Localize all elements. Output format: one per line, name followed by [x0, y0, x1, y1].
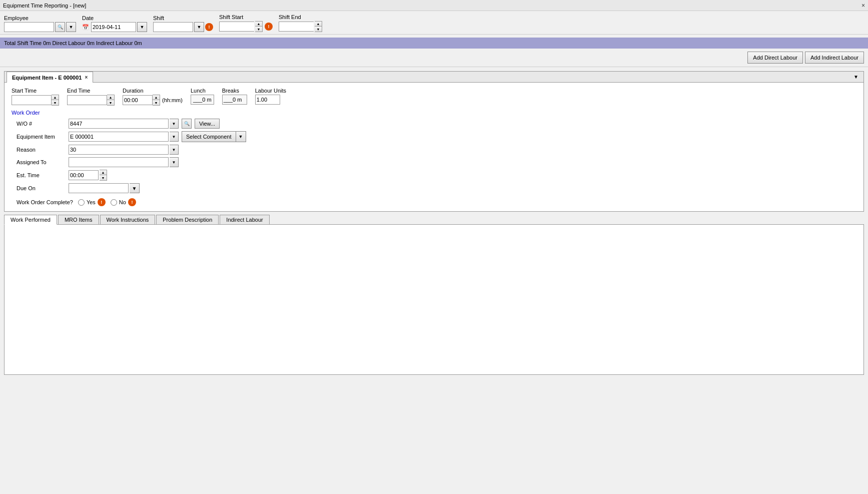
- date-field-group: Date 📅 ▼: [82, 15, 147, 32]
- add-direct-labour-button[interactable]: Add Direct Labour: [747, 52, 803, 64]
- start-time-label: Start Time: [12, 88, 59, 94]
- start-time-spin-down[interactable]: ▼: [52, 100, 59, 105]
- duration-input[interactable]: [123, 95, 153, 105]
- start-time-group: Start Time ▲ ▼: [12, 88, 59, 106]
- tab-mro-items[interactable]: MRO Items: [58, 215, 99, 224]
- tab-problem-description[interactable]: Problem Description: [156, 215, 219, 224]
- equipment-tab-panel: Equipment Item - E 000001 × ▼ Start Time…: [4, 71, 864, 212]
- date-row: 📅 ▼: [82, 22, 147, 32]
- shift-end-spinner[interactable]: ▲ ▼: [315, 21, 322, 32]
- shift-end-input[interactable]: [279, 22, 314, 32]
- equipment-tab-close[interactable]: ×: [85, 75, 88, 80]
- duration-spinner[interactable]: ▲ ▼: [153, 95, 160, 106]
- end-time-spin-up[interactable]: ▲: [107, 95, 114, 100]
- est-time-input[interactable]: [69, 170, 99, 180]
- due-on-input[interactable]: [69, 183, 129, 193]
- tab-work-instructions[interactable]: Work Instructions: [100, 215, 156, 224]
- yes-radio[interactable]: [78, 199, 85, 206]
- main-area: Equipment Item - E 000001 × ▼ Start Time…: [0, 67, 868, 379]
- date-dropdown-btn[interactable]: ▼: [137, 22, 147, 32]
- date-label: Date: [82, 15, 147, 21]
- shift-end-spin-down[interactable]: ▼: [315, 27, 322, 32]
- duration-spin-down[interactable]: ▼: [153, 100, 160, 105]
- header-area: Employee 🔍 ▼ Date 📅 ▼ Shift ▼ !: [0, 11, 868, 35]
- breaks-group: Breaks ___0 m: [222, 88, 247, 105]
- yes-radio-group: Yes !: [78, 198, 106, 206]
- tab-work-performed[interactable]: Work Performed: [4, 215, 57, 225]
- labour-units-input[interactable]: [255, 95, 280, 105]
- assigned-to-dropdown[interactable]: ▼: [170, 157, 179, 167]
- wo-field-row: ▼ 🔍 View...: [69, 119, 856, 129]
- start-time-spinner[interactable]: ▲ ▼: [52, 95, 59, 106]
- no-warn-icon: !: [128, 198, 136, 206]
- shift-start-warn-icon: !: [265, 23, 273, 31]
- shift-start-spin-up[interactable]: ▲: [255, 22, 262, 27]
- hhmm-label: (hh:mm): [160, 97, 183, 103]
- title-bar-close-button[interactable]: ×: [861, 2, 865, 9]
- tab-dropdown-arrow[interactable]: ▼: [850, 73, 861, 81]
- bottom-tab-content: [4, 225, 864, 375]
- wo-label: W/O #: [17, 121, 67, 127]
- shift-start-spinner[interactable]: ▲ ▼: [255, 21, 263, 32]
- start-time-spin-up[interactable]: ▲: [52, 95, 59, 100]
- reason-dropdown[interactable]: ▼: [170, 145, 179, 155]
- employee-search-icon[interactable]: 🔍: [55, 22, 65, 32]
- shift-end-row: ▲ ▼: [279, 21, 322, 32]
- wo-search-button[interactable]: 🔍: [182, 119, 192, 129]
- work-order-section-link[interactable]: Work Order: [12, 110, 40, 116]
- select-component-button[interactable]: Select Component: [182, 131, 236, 142]
- shift-row: ▼ !: [153, 22, 213, 32]
- shift-end-label: Shift End: [279, 14, 322, 20]
- shift-dropdown-btn[interactable]: ▼: [194, 22, 204, 32]
- start-time-input-row: ▲ ▼: [12, 95, 59, 106]
- shift-end-spin-up[interactable]: ▲: [315, 22, 322, 27]
- equipment-item-input[interactable]: [69, 132, 169, 142]
- wo-input[interactable]: [69, 119, 169, 129]
- no-label: No: [119, 199, 126, 205]
- end-time-label: End Time: [67, 88, 115, 94]
- status-bar: Total Shift Time 0m Direct Labour 0m Ind…: [0, 38, 868, 49]
- start-time-input[interactable]: [12, 95, 52, 105]
- equipment-tab-label: Equipment Item - E 000001: [12, 75, 82, 81]
- end-time-input[interactable]: [67, 95, 107, 105]
- calendar-icon: 📅: [82, 24, 89, 31]
- tab-indirect-labour[interactable]: Indirect Labour: [220, 215, 269, 224]
- shift-start-label: Shift Start: [219, 14, 273, 20]
- add-indirect-labour-button[interactable]: Add Indirect Labour: [805, 52, 864, 64]
- shift-start-spin-down[interactable]: ▼: [255, 27, 262, 32]
- shift-input[interactable]: [153, 22, 193, 32]
- no-radio[interactable]: [111, 199, 117, 206]
- bottom-tabs: Work Performed MRO Items Work Instructio…: [4, 215, 864, 225]
- equipment-item-dropdown[interactable]: ▼: [170, 132, 179, 142]
- end-time-spin-down[interactable]: ▼: [107, 100, 114, 105]
- employee-input[interactable]: [4, 22, 54, 32]
- reason-input[interactable]: [69, 145, 169, 155]
- title-bar: Equipment Time Reporting - [new] ×: [0, 0, 868, 11]
- est-time-spin-up[interactable]: ▲: [100, 170, 107, 175]
- assigned-to-input[interactable]: [69, 157, 169, 167]
- equipment-item-label: Equipment Item: [17, 134, 67, 140]
- equipment-tab[interactable]: Equipment Item - E 000001 ×: [7, 72, 93, 83]
- assigned-to-label: Assigned To: [17, 159, 67, 165]
- shift-field-group: Shift ▼ !: [153, 15, 213, 32]
- duration-group: Duration ▲ ▼ (hh:mm): [123, 88, 183, 106]
- employee-dropdown-btn[interactable]: ▼: [66, 22, 76, 32]
- title-bar-text: Equipment Time Reporting - [new]: [3, 3, 86, 9]
- view-button[interactable]: View...: [195, 119, 220, 129]
- wo-dropdown-arrow[interactable]: ▼: [170, 119, 179, 129]
- shift-start-row: ▲ ▼ !: [219, 21, 273, 32]
- est-time-spin-down[interactable]: ▼: [100, 175, 107, 180]
- lunch-label: Lunch: [191, 88, 214, 94]
- component-side-button[interactable]: ▼: [236, 131, 246, 142]
- shift-label: Shift: [153, 15, 213, 21]
- date-input[interactable]: [91, 22, 136, 32]
- labour-units-label: Labour Units: [255, 88, 286, 94]
- end-time-spinner[interactable]: ▲ ▼: [107, 95, 115, 106]
- duration-spin-up[interactable]: ▲: [153, 95, 160, 100]
- due-on-calendar-button[interactable]: ▼: [130, 183, 140, 193]
- tab-header: Equipment Item - E 000001 × ▼: [5, 72, 863, 83]
- end-time-group: End Time ▲ ▼: [67, 88, 115, 106]
- shift-start-input[interactable]: [219, 22, 254, 32]
- est-time-spinner[interactable]: ▲ ▼: [100, 170, 107, 181]
- employee-row: 🔍 ▼: [4, 22, 76, 32]
